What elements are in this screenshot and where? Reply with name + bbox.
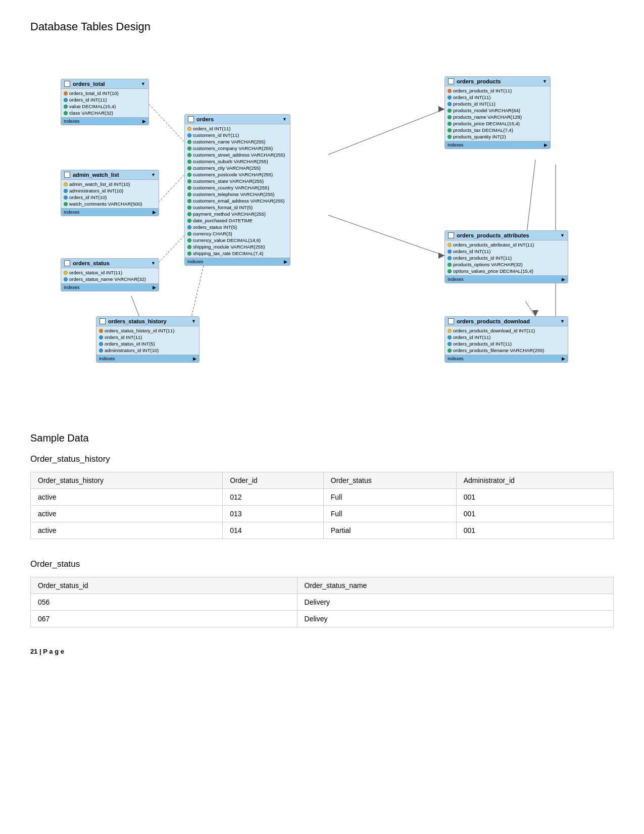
page-footer: 21 | P a g e [30, 648, 614, 655]
svg-marker-10 [438, 106, 444, 112]
table-name: orders_status_history [108, 318, 167, 324]
table-name: orders_products [457, 78, 501, 84]
order-status-table: Order_status_id Order_status_name 056 De… [30, 577, 614, 627]
svg-line-5 [328, 109, 444, 155]
erd-diagram: orders_total ▼ orders_total_id INT(10) o… [30, 48, 614, 402]
table-orders-total: orders_total ▼ orders_total_id INT(10) o… [61, 79, 149, 125]
col-header-osname: Order_status_name [297, 577, 613, 594]
table-orders-status-history: orders_status_history ▼ orders_status_hi… [96, 316, 200, 363]
svg-line-9 [525, 301, 535, 316]
col-header-osh: Order_status_history [31, 472, 223, 489]
indexes-bar: Indexes▶ [96, 355, 199, 362]
indexes-bar: Indexes▶ [445, 355, 568, 362]
table-name: orders_products_download [457, 318, 530, 324]
order-status-subtitle: Order_status [30, 559, 614, 569]
table-name: orders_status [73, 260, 110, 266]
indexes-bar: Indexes▶ [185, 258, 290, 265]
order-status-history-table: Order_status_history Order_id Order_stat… [30, 472, 614, 539]
table-row: active 012 Full 001 [31, 489, 614, 506]
table-orders-status: orders_status ▼ orders_status_id INT(11)… [61, 258, 159, 291]
table-name: orders_products_attributes [457, 232, 529, 238]
svg-marker-11 [438, 253, 444, 259]
table-orders-products-attributes: orders_products_attributes ▼ orders_prod… [444, 230, 568, 283]
indexes-bar: Indexes▶ [445, 275, 568, 283]
indexes-bar: Indexes▶ [61, 283, 159, 291]
col-header-oid: Order_id [223, 472, 324, 489]
indexes-bar: Indexes▶ [61, 208, 159, 216]
col-header-aid: Administrator_id [456, 472, 613, 489]
svg-marker-12 [532, 310, 538, 316]
col-header-os: Order_status [323, 472, 456, 489]
table-row: 067 Delivey [31, 611, 614, 627]
svg-line-0 [146, 102, 184, 142]
table-name: admin_watch_list [73, 172, 119, 178]
page-title: Database Tables Design [30, 20, 614, 33]
table-row: active 013 Full 001 [31, 506, 614, 522]
table-row: active 014 Partial 001 [31, 522, 614, 539]
table-name: orders_total [73, 81, 105, 87]
table-admin-watch-list: admin_watch_list ▼ admin_watch_list_id I… [61, 170, 159, 216]
table-row: 056 Delivery [31, 594, 614, 611]
order-status-history-subtitle: Order_status_history [30, 454, 614, 464]
table-orders-products: orders_products ▼ orders_products_id INT… [444, 76, 551, 149]
table-name: orders [196, 116, 214, 122]
indexes-bar: Indexes▶ [61, 117, 148, 125]
table-orders: orders ▼ orders_id INT(11) customers_id … [184, 114, 290, 266]
sample-data-title: Sample Data [30, 432, 614, 444]
table-orders-products-download: orders_products_download ▼ orders_produc… [444, 316, 568, 363]
svg-line-6 [328, 215, 444, 256]
indexes-bar: Indexes▶ [445, 141, 550, 149]
col-header-osid: Order_status_id [31, 577, 298, 594]
table-icon [64, 81, 70, 87]
